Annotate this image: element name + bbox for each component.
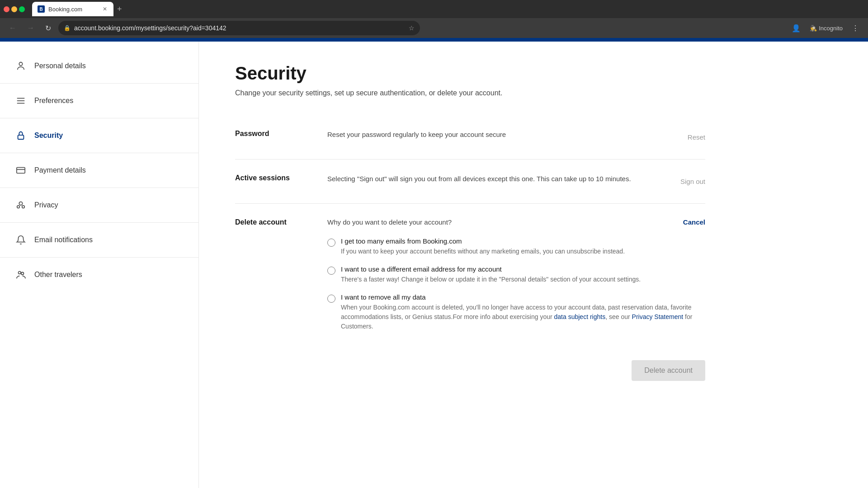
- menu-button[interactable]: ⋮: [848, 22, 863, 34]
- sidebar-divider-3: [0, 153, 198, 153]
- address-bar-row: ← → ↻ 🔒 account.booking.com/mysettings/s…: [0, 18, 868, 38]
- window-close-button[interactable]: [4, 6, 9, 12]
- radio-different-email[interactable]: [327, 267, 335, 275]
- delete-account-label: Delete account: [235, 218, 316, 226]
- cancel-delete-button[interactable]: Cancel: [683, 218, 705, 226]
- svg-point-0: [19, 62, 22, 66]
- sidebar-other-travelers-label: Other travelers: [34, 271, 82, 279]
- back-button[interactable]: ←: [5, 22, 20, 34]
- svg-point-9: [17, 206, 20, 208]
- delete-option-different-email[interactable]: I want to use a different email address …: [327, 265, 705, 284]
- sidebar-email-notifications-label: Email notifications: [34, 236, 93, 244]
- delete-option-3-content: I want to remove all my data When your B…: [341, 293, 705, 331]
- sidebar-personal-details-label: Personal details: [34, 62, 86, 70]
- toolbar-right: 👤 🕵 Incognito ⋮: [788, 22, 863, 34]
- person-icon: [14, 60, 27, 72]
- sidebar-preferences-label: Preferences: [34, 97, 73, 105]
- sidebar-divider-6: [0, 257, 198, 258]
- main-content: Security Change your security settings, …: [199, 42, 741, 488]
- lock-icon: [14, 129, 27, 142]
- delete-option-2-title: I want to use a different email address …: [341, 265, 641, 273]
- profile-button[interactable]: 👤: [788, 22, 804, 34]
- password-section: Password Reset your password regularly t…: [235, 115, 705, 160]
- tab-title: Booking.com: [48, 6, 82, 13]
- delete-option-3-desc: When your Booking.com account is deleted…: [341, 303, 705, 331]
- password-description: Reset your password regularly to keep yo…: [327, 130, 677, 140]
- delete-option-1-content: I get too many emails from Booking.com I…: [341, 237, 625, 256]
- address-text: account.booking.com/mysettings/security?…: [74, 24, 405, 32]
- privacy-statement-link[interactable]: Privacy Statement: [632, 313, 684, 320]
- brand-bar: [0, 38, 868, 42]
- window-minimize-button[interactable]: [11, 6, 17, 12]
- delete-option-too-many-emails[interactable]: I get too many emails from Booking.com I…: [327, 237, 705, 256]
- incognito-label: Incognito: [819, 25, 843, 32]
- delete-option-3-title: I want to remove all my data: [341, 293, 705, 301]
- sidebar-divider-5: [0, 222, 198, 223]
- active-sessions-action: Sign out: [680, 174, 705, 189]
- svg-point-10: [19, 272, 21, 274]
- bookmark-icon[interactable]: ☆: [409, 24, 415, 32]
- delete-option-1-desc: If you want to keep your account benefit…: [341, 247, 625, 256]
- tab-close-button[interactable]: ✕: [102, 5, 108, 13]
- sign-out-button[interactable]: Sign out: [680, 174, 705, 189]
- delete-account-row: Delete account: [235, 346, 705, 395]
- sidebar-divider-1: [0, 83, 198, 84]
- tab-favicon: B: [38, 5, 45, 13]
- page-title: Security: [235, 63, 705, 84]
- window-maximize-button[interactable]: [19, 6, 25, 12]
- svg-point-7: [19, 202, 22, 205]
- new-tab-button[interactable]: +: [113, 2, 126, 16]
- delete-option-2-desc: There's a faster way! Change it below or…: [341, 275, 641, 284]
- tab-bar: B Booking.com ✕ +: [32, 2, 126, 16]
- other-travelers-icon: [14, 268, 27, 281]
- password-label: Password: [235, 130, 316, 138]
- active-sessions-section: Active sessions Selecting "Sign out" wil…: [235, 160, 705, 204]
- privacy-icon: [14, 199, 27, 211]
- delete-options: I get too many emails from Booking.com I…: [235, 237, 705, 331]
- sidebar-item-preferences[interactable]: Preferences: [0, 87, 198, 114]
- page-subtitle: Change your security settings, set up se…: [235, 89, 705, 97]
- sidebar-divider-2: [0, 118, 198, 118]
- radio-too-many-emails[interactable]: [327, 239, 335, 247]
- sidebar-item-other-travelers[interactable]: Other travelers: [0, 261, 198, 288]
- delete-account-section: Delete account Why do you want to delete…: [235, 204, 705, 346]
- delete-option-remove-data[interactable]: I want to remove all my data When your B…: [327, 293, 705, 331]
- active-tab[interactable]: B Booking.com ✕: [32, 2, 113, 16]
- sidebar-item-personal-details[interactable]: Personal details: [0, 52, 198, 80]
- delete-option-2-content: I want to use a different email address …: [341, 265, 641, 284]
- svg-point-8: [22, 206, 25, 208]
- address-bar[interactable]: 🔒 account.booking.com/mysettings/securit…: [58, 21, 420, 35]
- svg-point-11: [21, 272, 24, 275]
- svg-rect-4: [18, 135, 24, 139]
- radio-remove-data[interactable]: [327, 295, 335, 303]
- sidebar-privacy-label: Privacy: [34, 201, 58, 209]
- bell-icon: [14, 234, 27, 246]
- delete-option-1-title: I get too many emails from Booking.com: [341, 237, 625, 245]
- sidebar-payment-label: Payment details: [34, 166, 86, 174]
- active-sessions-description: Selecting "Sign out" will sign you out f…: [327, 174, 670, 184]
- sidebar-item-privacy[interactable]: Privacy: [0, 192, 198, 219]
- sidebar-item-payment[interactable]: Payment details: [0, 157, 198, 184]
- sidebar-security-label: Security: [34, 131, 63, 140]
- sidebar-item-security[interactable]: Security: [0, 122, 198, 149]
- lock-icon: 🔒: [64, 25, 71, 31]
- incognito-button[interactable]: 🕵 Incognito: [806, 22, 846, 34]
- delete-header: Delete account Why do you want to delete…: [235, 218, 705, 226]
- forward-button[interactable]: →: [24, 22, 38, 34]
- browser-chrome: B Booking.com ✕ +: [0, 0, 868, 18]
- password-action: Reset: [688, 130, 705, 145]
- reload-button[interactable]: ↻: [42, 22, 55, 34]
- window-controls: [4, 6, 25, 12]
- reset-password-button[interactable]: Reset: [688, 130, 705, 145]
- page-layout: Personal details Preferences Security: [0, 42, 868, 488]
- sidebar-item-email-notifications[interactable]: Email notifications: [0, 226, 198, 253]
- preferences-icon: [14, 94, 27, 107]
- incognito-icon: 🕵: [810, 25, 817, 32]
- sidebar: Personal details Preferences Security: [0, 42, 199, 488]
- active-sessions-label: Active sessions: [235, 174, 316, 182]
- payment-icon: [14, 164, 27, 177]
- data-subject-rights-link[interactable]: data subject rights: [554, 313, 606, 320]
- sidebar-divider-4: [0, 188, 198, 188]
- delete-account-button[interactable]: Delete account: [632, 360, 705, 381]
- svg-rect-5: [17, 168, 25, 174]
